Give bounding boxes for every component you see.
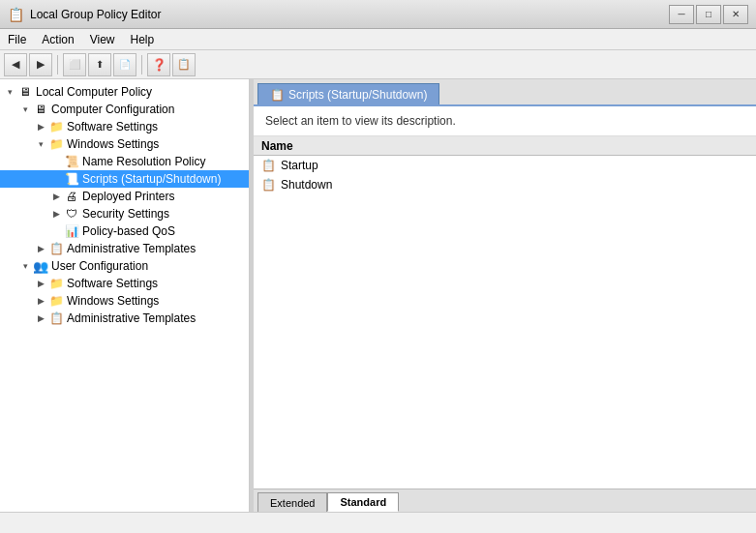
tab-standard[interactable]: Standard (327, 492, 399, 512)
close-button[interactable]: ✕ (723, 5, 748, 24)
tree-item-software-settings-uc[interactable]: ▶ 📁 Software Settings (0, 275, 249, 292)
tree-label-windows-cc: Windows Settings (67, 137, 159, 151)
shutdown-icon: 📋 (261, 178, 276, 192)
expander-security[interactable]: ▶ (48, 206, 64, 222)
menu-file[interactable]: File (0, 31, 34, 48)
tree-item-software-settings-cc[interactable]: ▶ 📁 Software Settings (0, 118, 249, 135)
folder-icon-windows-uc: 📁 (48, 293, 64, 309)
template-icon-uc: 📋 (48, 311, 64, 326)
up-one-level-button[interactable]: ⬆ (88, 53, 111, 76)
tree-label-windows-uc: Windows Settings (67, 294, 159, 308)
template-icon-cc: 📋 (48, 241, 64, 256)
toolbar: ◀ ▶ ⬜ ⬆ 📄 ❓ 📋 (0, 50, 756, 79)
tree-label-software-uc: Software Settings (67, 277, 158, 290)
tree-label-user-config: User Configuration (51, 259, 148, 273)
forward-button[interactable]: ▶ (29, 53, 52, 76)
tree-label-software-cc: Software Settings (67, 120, 158, 133)
right-panel: 📋 Scripts (Startup/Shutdown) Select an i… (254, 79, 756, 512)
panel-tab-scripts[interactable]: 📋 Scripts (Startup/Shutdown) (257, 83, 439, 104)
tree-panel: ▾ 🖥 Local Computer Policy ▾ 🖥 Computer C… (0, 79, 250, 512)
startup-icon: 📋 (261, 159, 276, 172)
tree-item-windows-settings-cc[interactable]: ▾ 📁 Windows Settings (0, 135, 249, 153)
expander-root[interactable]: ▾ (2, 84, 17, 100)
tree-item-policy-qos[interactable]: ▶ 📊 Policy-based QoS (0, 222, 249, 240)
expander-scripts: ▶ (48, 171, 64, 187)
tree-label-admin-cc: Administrative Templates (67, 242, 196, 255)
people-icon: 👥 (33, 258, 48, 274)
menu-help[interactable]: Help (123, 31, 163, 48)
tree-item-scripts[interactable]: ▶ 📜 Scripts (Startup/Shutdown) (0, 170, 249, 188)
computer-icon: 🖥 (17, 84, 33, 100)
scroll-icon-name-resolution: 📜 (64, 154, 79, 169)
startup-label: Startup (281, 159, 318, 172)
chart-icon-qos: 📊 (64, 223, 79, 239)
list-area: Name 📋 Startup 📋 Shutdown (254, 136, 756, 489)
toolbar-separator-1 (57, 55, 58, 74)
window-controls: ─ □ ✕ (669, 5, 748, 24)
tree-label-root: Local Computer Policy (36, 85, 152, 99)
tree-item-windows-settings-uc[interactable]: ▶ 📁 Windows Settings (0, 292, 249, 310)
folder-icon-software-uc: 📁 (48, 276, 64, 291)
tree-item-root[interactable]: ▾ 🖥 Local Computer Policy (0, 83, 249, 101)
computer-config-icon: 🖥 (33, 102, 48, 117)
tree-item-security-settings[interactable]: ▶ 🛡 Security Settings (0, 205, 249, 222)
panel-tab-bar: 📋 Scripts (Startup/Shutdown) (254, 79, 756, 106)
tree-label-admin-uc: Administrative Templates (67, 311, 196, 325)
tab-extended[interactable]: Extended (257, 492, 327, 512)
tree-item-deployed-printers[interactable]: ▶ 🖨 Deployed Printers (0, 188, 249, 205)
panel-tab-label: Scripts (Startup/Shutdown) (288, 88, 427, 102)
expander-software-cc[interactable]: ▶ (33, 119, 48, 134)
tree-label-security: Security Settings (82, 207, 169, 221)
title-text: Local Group Policy Editor (30, 8, 161, 21)
bottom-tabs: Extended Standard (254, 489, 756, 512)
menu-action[interactable]: Action (34, 31, 81, 48)
description-text: Select an item to view its description. (265, 114, 456, 128)
title-icon: 📋 (8, 7, 24, 22)
col-header-name: Name (261, 139, 416, 153)
expander-qos: ▶ (48, 223, 64, 239)
tree-item-computer-config[interactable]: ▾ 🖥 Computer Configuration (0, 101, 249, 118)
expander-computer-config[interactable]: ▾ (17, 102, 33, 117)
status-bar (0, 512, 756, 533)
tree-label-deployed-printers: Deployed Printers (82, 190, 174, 203)
expander-admin-uc[interactable]: ▶ (33, 311, 48, 326)
minimize-button[interactable]: ─ (669, 5, 694, 24)
menu-view[interactable]: View (82, 31, 123, 48)
list-header: Name (254, 136, 756, 156)
tree-label-name-resolution: Name Resolution Policy (82, 155, 205, 168)
tree-label-scripts: Scripts (Startup/Shutdown) (82, 172, 221, 186)
expander-windows-uc[interactable]: ▶ (33, 293, 48, 309)
expander-software-uc[interactable]: ▶ (33, 276, 48, 291)
shutdown-label: Shutdown (281, 178, 332, 192)
menu-bar: File Action View Help (0, 29, 756, 50)
properties-button[interactable]: 📋 (172, 53, 196, 76)
printer-icon: 🖨 (64, 189, 79, 204)
maximize-button[interactable]: □ (696, 5, 721, 24)
folder-icon-windows-cc: 📁 (48, 136, 64, 152)
expander-admin-cc[interactable]: ▶ (33, 241, 48, 256)
expander-windows-cc[interactable]: ▾ (33, 136, 48, 152)
tree-label-computer-config: Computer Configuration (51, 103, 174, 116)
tree-item-user-config[interactable]: ▾ 👥 User Configuration (0, 257, 249, 275)
list-item-shutdown[interactable]: 📋 Shutdown (254, 175, 756, 194)
scroll-icon-scripts: 📜 (64, 171, 79, 187)
show-hide-console-tree-button[interactable]: ⬜ (63, 53, 86, 76)
tree-item-admin-templates-cc[interactable]: ▶ 📋 Administrative Templates (0, 240, 249, 257)
tree-item-admin-templates-uc[interactable]: ▶ 📋 Administrative Templates (0, 310, 249, 327)
shield-icon: 🛡 (64, 206, 79, 222)
new-window-button[interactable]: 📄 (113, 53, 136, 76)
list-item-startup[interactable]: 📋 Startup (254, 156, 756, 175)
toolbar-separator-2 (141, 55, 142, 74)
title-bar: 📋 Local Group Policy Editor ─ □ ✕ (0, 0, 756, 29)
expander-user-config[interactable]: ▾ (17, 258, 33, 274)
panel-content: Select an item to view its description. … (254, 106, 756, 489)
expander-name-resolution: ▶ (48, 154, 64, 169)
back-button[interactable]: ◀ (4, 53, 27, 76)
expander-deployed-printers[interactable]: ▶ (48, 189, 64, 204)
help-button[interactable]: ❓ (147, 53, 170, 76)
tree-item-name-resolution[interactable]: ▶ 📜 Name Resolution Policy (0, 153, 249, 170)
panel-tab-icon: 📋 (270, 88, 285, 102)
main-content: ▾ 🖥 Local Computer Policy ▾ 🖥 Computer C… (0, 79, 756, 512)
panel-description: Select an item to view its description. (254, 106, 756, 136)
tree-label-qos: Policy-based QoS (82, 224, 175, 238)
